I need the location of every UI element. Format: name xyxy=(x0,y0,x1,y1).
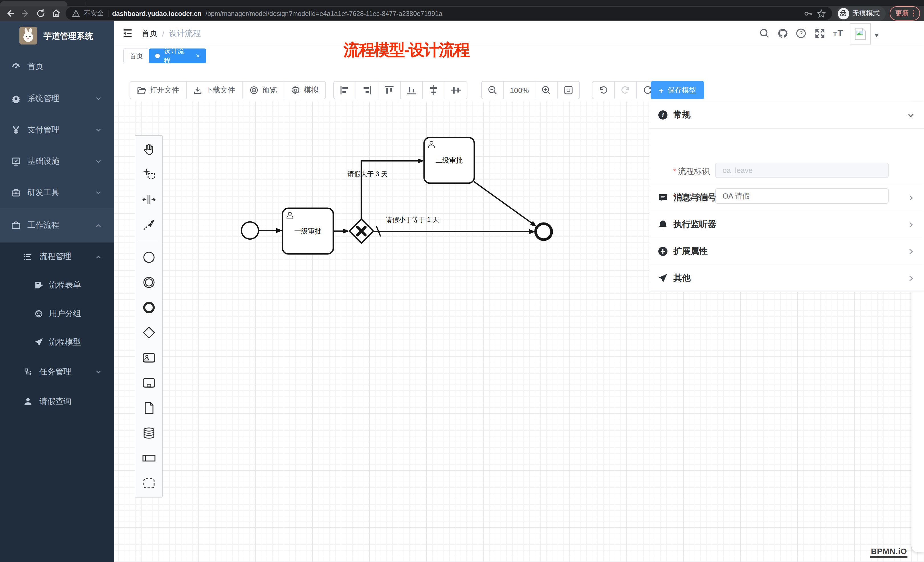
sidebar-item-workflow[interactable]: 工作流程 xyxy=(0,208,114,243)
sidebar-item-label: 首页 xyxy=(27,61,44,72)
section-execution-listener[interactable]: 执行监听器 xyxy=(649,211,924,238)
sidebar-item-leave-query[interactable]: 请假查询 xyxy=(0,387,114,417)
process-key-input[interactable] xyxy=(715,163,889,178)
font-size-icon[interactable]: TT xyxy=(832,27,843,38)
section-extended-attrs[interactable]: 扩展属性 xyxy=(649,238,924,265)
active-dot-icon xyxy=(155,54,160,58)
reload-icon[interactable] xyxy=(35,8,46,19)
flow-label-le1[interactable]: 请假小于等于 1 天 xyxy=(386,216,439,223)
sidebar-item-task-mgmt[interactable]: 任务管理 xyxy=(0,357,114,387)
chevron-down-icon xyxy=(95,189,102,196)
align-bottom-button[interactable] xyxy=(400,82,423,99)
sidebar-collapse-icon[interactable] xyxy=(122,28,133,39)
align-hcenter-button[interactable] xyxy=(445,82,467,99)
zoom-in-button[interactable] xyxy=(536,82,558,99)
browser-update-button[interactable]: 更新 xyxy=(890,6,920,21)
browser-chrome: 不安全 dashboard.yudao.iocoder.cn /bpm/mana… xyxy=(0,0,924,21)
person-icon xyxy=(23,397,33,406)
sidebar-item-process-mgmt[interactable]: 流程管理 xyxy=(0,243,114,271)
search-icon[interactable] xyxy=(759,28,770,39)
sidebar: 芋道管理系统 首页 系统管理 支付管理 基础设施 研发工具 工作流 xyxy=(0,21,114,562)
toolbox-icon xyxy=(11,188,21,197)
align-right-button[interactable] xyxy=(356,82,378,99)
zoom-level[interactable]: 100% xyxy=(504,82,536,99)
sidebar-item-process-model[interactable]: 流程模型 xyxy=(0,328,114,357)
browser-menu-icon[interactable] xyxy=(913,10,914,17)
save-model-button[interactable]: + 保存模型 xyxy=(651,81,704,99)
monitor-icon xyxy=(11,157,21,166)
exclusive-gateway[interactable] xyxy=(349,219,373,243)
align-left-button[interactable] xyxy=(334,82,356,99)
tab-home[interactable]: 首页 xyxy=(123,48,150,63)
bpmn-io-watermark[interactable]: BPMN.iO xyxy=(870,547,908,558)
user-task-level2[interactable]: 二级审批 xyxy=(424,138,474,183)
sidebar-item-devtools[interactable]: 研发工具 xyxy=(0,177,114,208)
yen-icon xyxy=(11,125,21,134)
section-other[interactable]: 其他 xyxy=(649,265,924,292)
user-avatar[interactable] xyxy=(850,23,871,45)
tab-design-process[interactable]: 设计流程 × xyxy=(149,48,206,63)
sidebar-item-system[interactable]: 系统管理 xyxy=(0,83,114,114)
zoom-out-button[interactable] xyxy=(482,82,504,99)
chevron-right-icon xyxy=(908,248,914,255)
avatar-caret-icon[interactable] xyxy=(874,34,879,39)
file-button-group: 打开文件 下载文件 预览 模拟 xyxy=(129,81,326,99)
svg-text:?: ? xyxy=(799,30,802,36)
bookmark-star-icon[interactable] xyxy=(816,9,825,18)
password-key-icon[interactable] xyxy=(803,9,812,18)
chevron-up-icon xyxy=(95,222,102,228)
security-label: 不安全 xyxy=(84,9,104,18)
close-icon[interactable]: × xyxy=(196,52,200,60)
flow-task2-to-end[interactable] xyxy=(474,181,532,223)
incognito-icon xyxy=(837,8,849,19)
section-general[interactable]: i 常规 xyxy=(649,102,924,128)
user-task-level1[interactable]: 一级审批 xyxy=(282,208,333,254)
end-event[interactable] xyxy=(536,224,552,240)
start-event[interactable] xyxy=(242,222,258,239)
sidebar-item-process-form[interactable]: 流程表单 xyxy=(0,271,114,300)
breadcrumb-home[interactable]: 首页 xyxy=(141,28,158,39)
sidebar-item-label: 系统管理 xyxy=(27,93,59,103)
undo-button[interactable] xyxy=(592,82,615,99)
sidebar-item-infra[interactable]: 基础设施 xyxy=(0,145,114,177)
redo-button[interactable] xyxy=(615,82,637,99)
tab-label: 首页 xyxy=(129,51,143,61)
address-bar[interactable]: 不安全 dashboard.yudao.iocoder.cn /bpm/mana… xyxy=(66,7,832,20)
bpmn-canvas[interactable]: 一级审批 二级审批 请假大于 3 天 请假小于等于 1 天 BPMN.iO xyxy=(114,102,924,562)
github-icon[interactable] xyxy=(777,28,788,39)
fullscreen-icon[interactable] xyxy=(814,28,825,39)
forward-icon[interactable] xyxy=(20,8,31,19)
section-message-signal[interactable]: 消息与信号 xyxy=(649,184,924,211)
simulate-button[interactable]: 模拟 xyxy=(284,82,325,99)
button-label: 预览 xyxy=(262,85,277,95)
align-button-group xyxy=(333,81,467,99)
page-header: 首页 / 设计流程 ? TT xyxy=(114,21,924,46)
sidebar-item-label: 流程模型 xyxy=(49,337,81,348)
zoom-reset-button[interactable] xyxy=(558,82,579,99)
sidebar-item-home[interactable]: 首页 xyxy=(0,51,114,83)
align-top-button[interactable] xyxy=(378,82,400,99)
download-file-button[interactable]: 下载文件 xyxy=(187,82,243,99)
sidebar-item-payment[interactable]: 支付管理 xyxy=(0,114,114,145)
section-title: 常规 xyxy=(674,109,691,120)
tag-bar: 首页 设计流程 × xyxy=(114,46,924,66)
back-icon[interactable] xyxy=(4,8,15,19)
help-icon[interactable]: ? xyxy=(796,28,806,39)
logo-row[interactable]: 芋道管理系统 xyxy=(0,21,114,51)
incognito-label: 无痕模式 xyxy=(852,9,880,18)
sidebar-item-label: 请假查询 xyxy=(39,397,71,407)
align-vcenter-button[interactable] xyxy=(423,82,445,99)
sidebar-item-user-group[interactable]: 用户分组 xyxy=(0,300,114,328)
chevron-down-icon xyxy=(95,95,102,102)
info-icon: i xyxy=(658,110,668,120)
button-label: 模拟 xyxy=(304,85,318,95)
flow-gateway-to-task2[interactable] xyxy=(361,161,420,219)
preview-button[interactable]: 预览 xyxy=(243,82,284,99)
flow-label-gt3[interactable]: 请假大于 3 天 xyxy=(348,170,388,178)
open-file-button[interactable]: 打开文件 xyxy=(130,82,187,99)
home-icon[interactable] xyxy=(50,8,62,19)
broken-image-icon xyxy=(854,27,866,40)
browser-active-tab[interactable] xyxy=(0,1,68,6)
section-title: 扩展属性 xyxy=(674,246,708,257)
folder-icon xyxy=(137,86,146,94)
